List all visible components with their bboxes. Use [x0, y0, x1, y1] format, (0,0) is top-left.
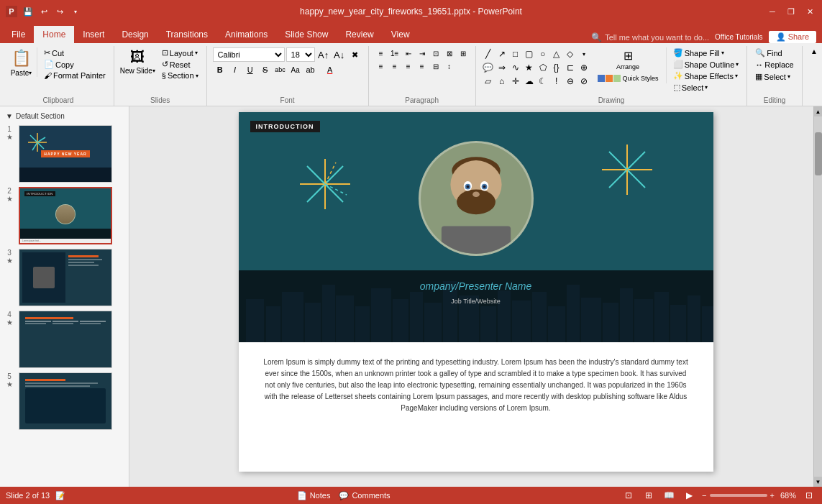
shape-diamond[interactable]: ◇ [564, 47, 577, 60]
decrease-indent-button[interactable]: ⇤ [402, 47, 415, 59]
align-left-button[interactable]: ≡ [375, 60, 388, 72]
close-button[interactable]: ✕ [803, 5, 816, 18]
comments-button[interactable]: 💬 Comments [339, 491, 390, 500]
tab-insert[interactable]: Insert [74, 26, 113, 43]
quick-access-more[interactable]: ▾ [69, 5, 82, 18]
shape-brace[interactable]: ⊏ [564, 61, 577, 74]
find-button[interactable]: 🔍 Find [753, 47, 784, 58]
slide-thumb-3[interactable] [19, 249, 112, 306]
replace-button[interactable]: ↔ Replace [753, 60, 795, 70]
shape-bracket[interactable]: {} [550, 61, 563, 74]
collapse-ribbon-button[interactable]: ▲ [810, 47, 818, 55]
center-button[interactable]: ≡ [388, 60, 401, 72]
layout-button[interactable]: ⊡ Layout ▾ [160, 47, 201, 58]
font-size-select[interactable]: 18 [286, 47, 315, 62]
slide-sorter-button[interactable]: ⊞ [641, 488, 656, 503]
restore-button[interactable]: ❐ [785, 5, 798, 18]
shape-rect[interactable]: □ [509, 47, 522, 60]
section-collapse-icon[interactable]: ▼ [6, 112, 13, 120]
shape-trapezoid[interactable]: ⌂ [496, 75, 508, 88]
shape-arrow[interactable]: ↗ [496, 47, 508, 60]
shape-more[interactable]: ▾ [577, 47, 590, 60]
shape-triangle[interactable]: △ [550, 47, 563, 60]
quick-styles-button[interactable]: Quick Styles [595, 73, 662, 83]
scroll-up-button[interactable]: ▲ [814, 106, 823, 116]
increase-indent-button[interactable]: ⇥ [416, 47, 429, 59]
shape-oval[interactable]: ○ [536, 47, 549, 60]
shape-rounded-rect[interactable]: ▢ [523, 47, 536, 60]
search-label[interactable]: Tell me what you want to do... [605, 33, 709, 42]
columns-button[interactable]: ⊟ [429, 60, 442, 72]
line-spacing-button[interactable]: ↕ [443, 60, 456, 72]
bold-button[interactable]: B [213, 63, 227, 76]
copy-button[interactable]: 📄 Copy [42, 59, 108, 70]
normal-view-button[interactable]: ⊡ [621, 488, 636, 503]
shape-moon[interactable]: ☾ [536, 75, 549, 88]
numbering-button[interactable]: 1≡ [388, 47, 401, 59]
tab-view[interactable]: View [383, 26, 419, 43]
tab-review[interactable]: Review [337, 26, 382, 43]
select-edit-button[interactable]: ▦ Select ▾ [753, 71, 793, 82]
increase-font-button[interactable]: A↑ [316, 48, 331, 61]
tab-home[interactable]: Home [34, 26, 74, 43]
reset-button[interactable]: ↺ Reset [160, 59, 201, 70]
shape-arrow2[interactable]: ⇒ [496, 61, 508, 74]
notes-button[interactable]: 📄 Notes [297, 491, 331, 500]
shape-misc1[interactable]: ⊖ [564, 75, 577, 88]
justify-button[interactable]: ≡ [416, 60, 429, 72]
italic-button[interactable]: I [228, 63, 242, 76]
shape-misc2[interactable]: ⊘ [577, 75, 590, 88]
tab-slideshow[interactable]: Slide Show [276, 26, 337, 43]
tab-animations[interactable]: Animations [216, 26, 276, 43]
shape-effects-button[interactable]: ✨ Shape Effects ▾ [671, 70, 741, 81]
reading-view-button[interactable]: 📖 [662, 488, 676, 503]
zoom-slider[interactable] [710, 494, 767, 497]
underline-button[interactable]: U [243, 63, 257, 76]
shape-cross[interactable]: ✛ [509, 75, 522, 88]
format-painter-button[interactable]: 🖌 Format Painter [42, 70, 108, 81]
decrease-font-button[interactable]: A↓ [332, 48, 347, 61]
slide-thumb-4[interactable] [19, 311, 112, 368]
shape-outline-button[interactable]: ⬜ Shape Outline ▾ [671, 59, 741, 70]
shape-pentagon[interactable]: ⬠ [536, 61, 549, 74]
convert-smartart-button[interactable]: ⊞ [457, 47, 470, 59]
share-button[interactable]: 👤 Share [769, 31, 816, 43]
bullets-button[interactable]: ≡ [375, 47, 388, 59]
paste-button[interactable]: 📋 [9, 47, 34, 69]
select-button[interactable]: ⬚ Select ▾ [671, 82, 741, 93]
redo-button[interactable]: ↪ [53, 5, 66, 18]
small-caps-button[interactable]: abc [273, 63, 288, 76]
change-case-button[interactable]: Aa [288, 63, 303, 76]
shape-line[interactable]: ╱ [482, 47, 495, 60]
scroll-thumb[interactable] [815, 132, 822, 175]
shape-cloud[interactable]: ☁ [523, 75, 536, 88]
shape-curved[interactable]: ∿ [509, 61, 522, 74]
slideshow-button[interactable]: ▶ [682, 488, 696, 503]
align-right-button[interactable]: ≡ [402, 60, 415, 72]
shape-callout[interactable]: 💬 [482, 61, 495, 74]
font-color-button[interactable]: A [323, 63, 337, 76]
scroll-down-button[interactable]: ▼ [814, 477, 823, 487]
slide-thumb-2[interactable]: INTRODUCTION Presenter Name Lorem ipsum … [19, 187, 112, 244]
tab-file[interactable]: File [3, 26, 34, 43]
zoom-in-button[interactable]: + [770, 491, 775, 500]
align-text-button[interactable]: ⊠ [443, 47, 456, 59]
undo-button[interactable]: ↩ [37, 5, 50, 18]
new-slide-button[interactable]: 🖼 [126, 47, 149, 67]
shape-star[interactable]: ★ [523, 61, 536, 74]
font-family-select[interactable]: Calibri [213, 47, 285, 62]
minimize-button[interactable]: ─ [766, 5, 779, 18]
office-tutorials[interactable]: Office Tutorials [715, 33, 763, 41]
clear-formatting-button[interactable]: ✖ [348, 48, 362, 61]
cut-button[interactable]: ✂ Cut [42, 47, 108, 58]
text-direction-button[interactable]: ⊡ [429, 47, 442, 59]
autosave-toggle[interactable]: 💾 [22, 5, 35, 18]
zoom-out-button[interactable]: − [702, 491, 706, 500]
shape-parallelogram[interactable]: ▱ [482, 75, 495, 88]
shape-fill-button[interactable]: 🪣 Shape Fill ▾ [671, 47, 741, 58]
tab-transitions[interactable]: Transitions [157, 26, 216, 43]
shape-bang[interactable]: ! [550, 75, 563, 88]
section-button[interactable]: § Section ▾ [160, 70, 201, 81]
shape-custom[interactable]: ⊕ [577, 61, 590, 74]
fit-slide-button[interactable]: ⊡ [802, 488, 816, 503]
